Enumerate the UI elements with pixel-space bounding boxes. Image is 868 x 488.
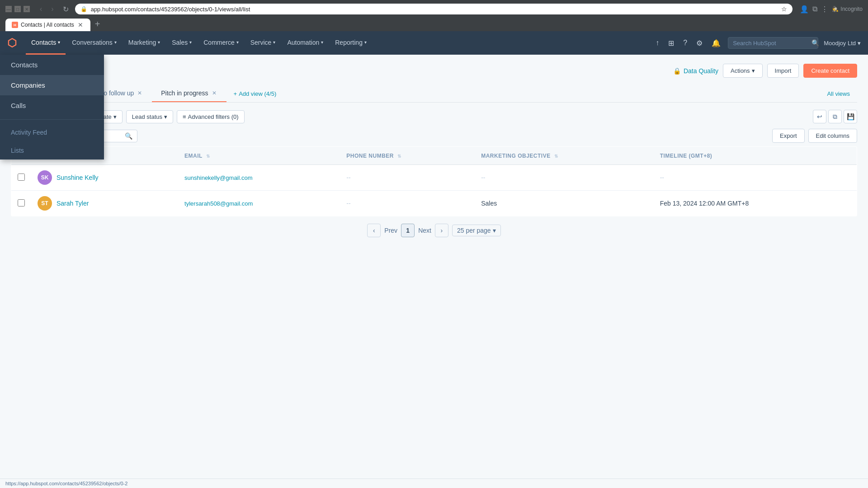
notifications-icon[interactable]: 🔔 [710,37,722,49]
incognito-badge[interactable]: 🕵 Incognito [832,6,863,12]
incognito-label: Incognito [840,6,863,12]
dropdown-item-companies[interactable]: Companies [0,75,104,95]
save-button[interactable]: 💾 [844,110,857,123]
data-quality-button[interactable]: 🔒 Data Quality [673,67,718,75]
dropdown-item-contacts[interactable]: Contacts [0,55,104,75]
browser-tab[interactable]: H Contacts | All contacts ✕ [5,19,90,31]
timeline-column-header[interactable]: TIMELINE (GMT+8) [654,147,857,165]
row-checkbox-sk[interactable] [18,174,25,181]
search-input[interactable] [733,40,809,47]
row-checkbox-st[interactable] [18,199,25,206]
new-tab-button[interactable]: + [91,17,104,31]
nav-item-contacts[interactable]: Contacts ▾ [26,31,66,55]
chevron-down-icon: ▾ [364,40,367,45]
extensions-icon[interactable]: ⧉ [812,5,817,13]
tab-favicon: H [12,22,18,28]
tab-close-button[interactable]: ✕ [77,21,84,28]
actions-label: Actions [731,67,750,74]
address-bar[interactable]: 🔒 app.hubspot.com/contacts/45239562/obje… [75,4,793,14]
per-page-selector[interactable]: 25 per page ▾ [452,225,501,236]
account-label: Moodjoy Ltd [824,40,856,47]
nav-conversations-label: Conversations [72,39,113,46]
tab-title: Contacts | All contacts [21,22,74,28]
action-bar: 🔒 Data Quality Actions ▾ Import Create c… [11,64,857,78]
page-content: 🔒 Data Quality Actions ▾ Import Create c… [0,55,868,485]
dropdown-divider [0,119,104,120]
views-tabs: Open opportunities ✕ To follow up ✕ Pitc… [11,85,857,103]
settings-icon[interactable]: ⚙ [694,37,704,49]
advanced-filters-button[interactable]: ≡ Advanced filters (0) [177,110,245,123]
tab-pitch-in-progress-close[interactable]: ✕ [211,90,217,96]
back-button[interactable]: ‹ [37,4,45,14]
actions-button[interactable]: Actions ▾ [723,64,763,78]
email-link-sk[interactable]: sunshinekelly@gmail.com [184,174,252,181]
plus-icon: + [234,90,237,97]
nav-marketing-label: Marketing [128,39,156,46]
email-link-st[interactable]: tylersarah508@gmail.com [184,200,253,207]
forward-button[interactable]: › [48,4,56,14]
phone-cell-sk: -- [340,165,475,191]
edit-columns-button[interactable]: Edit columns [808,129,857,143]
browser-menu-button[interactable]: ⋮ [821,5,828,14]
dropdown-item-activity-feed[interactable]: Activity Feed [0,123,104,141]
nav-contacts-label: Contacts [31,39,56,46]
close-window-button[interactable]: ✕ [24,6,30,12]
add-view-label: Add view (4/5) [239,90,276,97]
nav-item-reporting[interactable]: Reporting ▾ [330,31,372,55]
lead-status-filter[interactable]: Lead status ▾ [126,110,173,123]
dropdown-item-lists[interactable]: Lists [0,141,104,160]
sort-icon: ⇅ [397,154,401,159]
lead-status-label: Lead status [132,113,162,120]
prev-button[interactable]: ‹ [367,224,381,237]
filter-chevron-icon: ▾ [113,113,117,120]
phone-column-header[interactable]: PHONE NUMBER ⇅ [340,147,475,165]
dropdown-item-calls[interactable]: Calls [0,95,104,116]
hubspot-logo[interactable]: ⬡ [7,37,17,49]
timeline-cell-sk: -- [654,165,857,191]
row-checkbox-cell [11,165,32,191]
export-button[interactable]: Export [772,129,805,143]
chevron-down-icon: ▾ [58,40,60,45]
reload-button[interactable]: ↻ [60,4,71,14]
marketplace-icon[interactable]: ⊞ [666,37,676,49]
import-button[interactable]: Import [767,64,799,78]
all-views-button[interactable]: All views [820,86,857,102]
upgrade-icon[interactable]: ↑ [654,37,661,49]
nav-item-sales[interactable]: Sales ▾ [166,31,197,55]
help-icon[interactable]: ? [681,37,689,49]
copy-button[interactable]: ⧉ [828,110,842,123]
nav-item-service[interactable]: Service ▾ [245,31,281,55]
next-button[interactable]: › [435,224,448,237]
search-box[interactable]: 🔍 [728,37,818,49]
profile-icon[interactable]: 👤 [800,5,809,14]
tab-pitch-in-progress[interactable]: Pitch in progress ✕ [152,85,226,102]
chevron-down-icon: ▾ [273,40,275,45]
table-toolbar: 🔍 Export Edit columns [11,129,857,143]
email-column-header[interactable]: EMAIL ⇅ [178,147,340,165]
undo-button[interactable]: ↩ [813,110,826,123]
nav-item-marketing[interactable]: Marketing ▾ [123,31,165,55]
marketing-objective-column-header[interactable]: MARKETING OBJECTIVE ⇅ [475,147,654,165]
add-view-button[interactable]: + Add view (4/5) [226,86,284,102]
create-contact-button[interactable]: Create contact [803,64,857,78]
row-checkbox-cell [11,191,32,216]
tab-to-follow-up-close[interactable]: ✕ [137,90,143,96]
nav-item-commerce[interactable]: Commerce ▾ [198,31,244,55]
email-cell-st: tylersarah508@gmail.com [178,191,340,216]
search-icon: 🔍 [811,39,819,47]
maximize-button[interactable]: □ [14,6,21,12]
nav-item-conversations[interactable]: Conversations ▾ [66,31,122,55]
page-1-button[interactable]: 1 [401,224,415,237]
tab-pitch-in-progress-label: Pitch in progress [161,89,208,97]
account-button[interactable]: Moodjoy Ltd ▾ [824,40,861,47]
contact-name-sarah-tyler[interactable]: Sarah Tyler [57,200,89,207]
avatar-sk: SK [38,170,52,185]
status-url: https://app.hubspot.com/contacts/4523956… [5,481,127,485]
nav-sales-label: Sales [172,39,188,46]
minimize-button[interactable]: — [5,6,12,12]
table-row: SK Sunshine Kelly sunshinekelly@gmail.co… [11,165,857,191]
chevron-down-icon: ▾ [114,40,117,45]
nav-item-automation[interactable]: Automation ▾ [282,31,329,55]
contact-name-sunshine-kelly[interactable]: Sunshine Kelly [57,174,99,181]
account-chevron-icon: ▾ [858,40,861,47]
